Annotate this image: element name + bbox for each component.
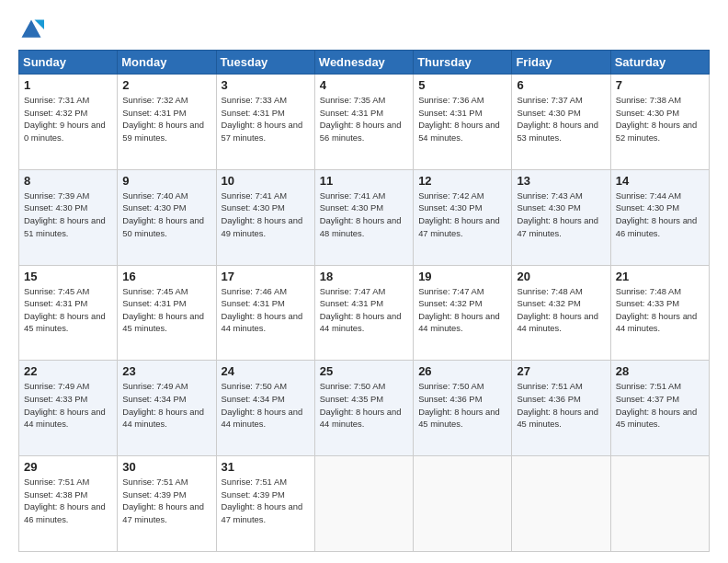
calendar-week-row: 8 Sunrise: 7:39 AM Sunset: 4:30 PM Dayli… [19,169,710,265]
calendar-dow-header: Wednesday [314,51,413,75]
calendar-day-cell: 29 Sunrise: 7:51 AM Sunset: 4:38 PM Dayl… [19,456,118,552]
calendar-day-cell: 19 Sunrise: 7:47 AM Sunset: 4:32 PM Dayl… [414,265,512,361]
calendar-dow-header: Tuesday [216,51,314,75]
calendar-day-cell: 31 Sunrise: 7:51 AM Sunset: 4:39 PM Dayl… [216,456,314,552]
day-info: Sunrise: 7:51 AM Sunset: 4:38 PM Dayligh… [24,476,112,526]
calendar-week-row: 22 Sunrise: 7:49 AM Sunset: 4:33 PM Dayl… [19,361,710,456]
calendar-day-cell: 18 Sunrise: 7:47 AM Sunset: 4:31 PM Dayl… [314,265,413,361]
day-number: 17 [222,270,310,283]
day-info: Sunrise: 7:47 AM Sunset: 4:31 PM Dayligh… [320,285,408,336]
day-number: 11 [320,174,408,188]
day-number: 9 [122,174,210,188]
day-number: 27 [517,364,605,378]
calendar-day-cell: 6 Sunrise: 7:37 AM Sunset: 4:30 PM Dayli… [512,75,610,170]
day-number: 23 [122,364,210,378]
calendar-day-cell: 10 Sunrise: 7:41 AM Sunset: 4:30 PM Dayl… [216,169,314,265]
calendar-day-cell: 15 Sunrise: 7:45 AM Sunset: 4:31 PM Dayl… [19,265,118,361]
day-number: 6 [517,78,605,92]
calendar-day-cell: 2 Sunrise: 7:32 AM Sunset: 4:31 PM Dayli… [118,75,216,170]
day-number: 28 [616,364,704,378]
day-info: Sunrise: 7:32 AM Sunset: 4:31 PM Dayligh… [122,94,210,144]
calendar-week-row: 15 Sunrise: 7:45 AM Sunset: 4:31 PM Dayl… [19,265,710,361]
calendar-day-cell: 24 Sunrise: 7:50 AM Sunset: 4:34 PM Dayl… [216,361,314,456]
calendar-week-row: 1 Sunrise: 7:31 AM Sunset: 4:32 PM Dayli… [19,75,710,170]
day-info: Sunrise: 7:49 AM Sunset: 4:34 PM Dayligh… [122,380,210,431]
calendar-day-cell: 11 Sunrise: 7:41 AM Sunset: 4:30 PM Dayl… [314,169,413,265]
day-info: Sunrise: 7:38 AM Sunset: 4:30 PM Dayligh… [616,94,704,144]
day-number: 31 [222,460,310,474]
day-info: Sunrise: 7:47 AM Sunset: 4:32 PM Dayligh… [418,285,506,336]
calendar-day-cell [610,456,709,552]
day-info: Sunrise: 7:39 AM Sunset: 4:30 PM Dayligh… [24,190,112,240]
day-number: 19 [418,270,506,283]
day-info: Sunrise: 7:40 AM Sunset: 4:30 PM Dayligh… [122,190,210,240]
day-number: 8 [24,174,112,188]
calendar-day-cell: 30 Sunrise: 7:51 AM Sunset: 4:39 PM Dayl… [118,456,216,552]
day-number: 1 [24,78,112,92]
day-number: 29 [24,460,112,474]
calendar-day-cell: 4 Sunrise: 7:35 AM Sunset: 4:31 PM Dayli… [314,75,413,170]
svg-marker-1 [35,20,45,30]
calendar-day-cell: 8 Sunrise: 7:39 AM Sunset: 4:30 PM Dayli… [19,169,118,265]
day-info: Sunrise: 7:49 AM Sunset: 4:33 PM Dayligh… [24,380,112,431]
day-number: 15 [24,270,112,283]
calendar-day-cell: 22 Sunrise: 7:49 AM Sunset: 4:33 PM Dayl… [19,361,118,456]
day-number: 3 [222,78,310,92]
day-info: Sunrise: 7:50 AM Sunset: 4:36 PM Dayligh… [418,380,506,431]
calendar-dow-header: Saturday [610,51,709,75]
day-number: 10 [222,174,310,188]
day-info: Sunrise: 7:50 AM Sunset: 4:35 PM Dayligh… [320,380,408,431]
day-number: 25 [320,364,408,378]
day-info: Sunrise: 7:43 AM Sunset: 4:30 PM Dayligh… [517,190,605,240]
day-info: Sunrise: 7:36 AM Sunset: 4:31 PM Dayligh… [418,94,506,144]
day-number: 26 [418,364,506,378]
day-info: Sunrise: 7:51 AM Sunset: 4:36 PM Dayligh… [517,380,605,431]
day-number: 12 [418,174,506,188]
calendar-day-cell: 7 Sunrise: 7:38 AM Sunset: 4:30 PM Dayli… [610,75,709,170]
day-number: 5 [418,78,506,92]
day-info: Sunrise: 7:31 AM Sunset: 4:32 PM Dayligh… [24,94,112,144]
header [18,17,710,42]
calendar-day-cell: 13 Sunrise: 7:43 AM Sunset: 4:30 PM Dayl… [512,169,610,265]
day-number: 30 [122,460,210,474]
day-info: Sunrise: 7:45 AM Sunset: 4:31 PM Dayligh… [24,285,112,336]
calendar-day-cell: 3 Sunrise: 7:33 AM Sunset: 4:31 PM Dayli… [216,75,314,170]
calendar-week-row: 29 Sunrise: 7:51 AM Sunset: 4:38 PM Dayl… [19,456,710,552]
calendar-dow-header: Monday [118,51,216,75]
day-info: Sunrise: 7:33 AM Sunset: 4:31 PM Dayligh… [222,94,310,144]
day-info: Sunrise: 7:41 AM Sunset: 4:30 PM Dayligh… [320,190,408,240]
day-info: Sunrise: 7:51 AM Sunset: 4:39 PM Dayligh… [122,476,210,526]
day-number: 24 [222,364,310,378]
calendar-day-cell: 25 Sunrise: 7:50 AM Sunset: 4:35 PM Dayl… [314,361,413,456]
calendar-day-cell: 1 Sunrise: 7:31 AM Sunset: 4:32 PM Dayli… [19,75,118,170]
calendar-day-cell: 26 Sunrise: 7:50 AM Sunset: 4:36 PM Dayl… [414,361,512,456]
calendar-day-cell: 5 Sunrise: 7:36 AM Sunset: 4:31 PM Dayli… [414,75,512,170]
calendar-day-cell [414,456,512,552]
calendar-day-cell: 14 Sunrise: 7:44 AM Sunset: 4:30 PM Dayl… [610,169,709,265]
calendar-day-cell [314,456,413,552]
calendar-day-cell: 12 Sunrise: 7:42 AM Sunset: 4:30 PM Dayl… [414,169,512,265]
calendar-day-cell: 20 Sunrise: 7:48 AM Sunset: 4:32 PM Dayl… [512,265,610,361]
day-info: Sunrise: 7:41 AM Sunset: 4:30 PM Dayligh… [222,190,310,240]
calendar-day-cell: 23 Sunrise: 7:49 AM Sunset: 4:34 PM Dayl… [118,361,216,456]
day-info: Sunrise: 7:51 AM Sunset: 4:39 PM Dayligh… [222,476,310,526]
logo-icon [18,17,44,42]
day-number: 7 [616,78,704,92]
calendar-day-cell: 27 Sunrise: 7:51 AM Sunset: 4:36 PM Dayl… [512,361,610,456]
day-number: 16 [122,270,210,283]
calendar-dow-header: Friday [512,51,610,75]
day-number: 20 [517,270,605,283]
day-number: 14 [616,174,704,188]
day-info: Sunrise: 7:46 AM Sunset: 4:31 PM Dayligh… [222,285,310,336]
calendar-dow-header: Thursday [414,51,512,75]
page: SundayMondayTuesdayWednesdayThursdayFrid… [0,0,728,563]
day-number: 22 [24,364,112,378]
day-number: 21 [616,270,704,283]
day-info: Sunrise: 7:35 AM Sunset: 4:31 PM Dayligh… [320,94,408,144]
day-number: 2 [122,78,210,92]
day-info: Sunrise: 7:37 AM Sunset: 4:30 PM Dayligh… [517,94,605,144]
calendar-day-cell: 16 Sunrise: 7:45 AM Sunset: 4:31 PM Dayl… [118,265,216,361]
day-number: 13 [517,174,605,188]
day-number: 4 [320,78,408,92]
day-info: Sunrise: 7:48 AM Sunset: 4:33 PM Dayligh… [616,285,704,336]
